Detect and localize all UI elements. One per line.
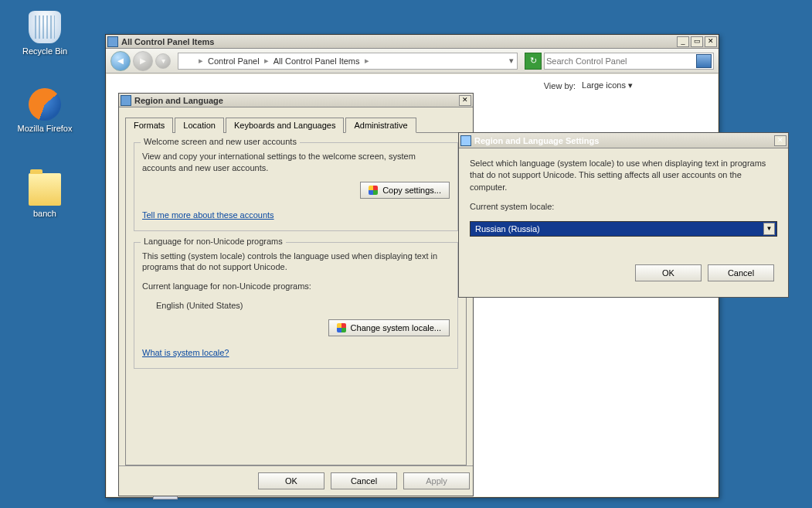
group-legend: Welcome screen and new user accounts xyxy=(141,137,300,146)
minimize-button[interactable]: _ xyxy=(677,36,689,47)
group-welcome: Welcome screen and new user accounts Vie… xyxy=(134,142,458,231)
control-panel-icon xyxy=(182,55,194,67)
link-what-is-locale[interactable]: What is system locale? xyxy=(142,348,229,357)
breadcrumb[interactable]: ▸ Control Panel ▸ All Control Panel Item… xyxy=(178,53,518,70)
forward-button[interactable]: ► xyxy=(133,51,153,71)
desktop-icon-firefox[interactable]: Mozilla Firefox xyxy=(15,88,74,133)
search-input[interactable] xyxy=(546,56,696,66)
desktop-icon-recycle-bin[interactable]: Recycle Bin xyxy=(15,11,74,56)
folder-icon xyxy=(29,173,61,206)
locale-current-label: Current system locale: xyxy=(470,201,777,213)
recycle-bin-icon xyxy=(29,11,61,43)
explorer-title: All Control Panel Items xyxy=(121,37,675,46)
copy-settings-button[interactable]: Copy settings... xyxy=(360,182,450,199)
apply-button[interactable]: Apply xyxy=(403,472,470,489)
current-lang-label: Current language for non-Unicode program… xyxy=(142,281,450,292)
locale-body: Select which language (system locale) to… xyxy=(459,148,788,297)
breadcrumb-item[interactable]: Control Panel xyxy=(208,56,260,66)
explorer-toolbar: ◄ ► ▾ ▸ Control Panel ▸ All Control Pane… xyxy=(106,49,719,73)
region-title: Region and Language xyxy=(134,96,457,105)
group-text: This setting (system locale) controls th… xyxy=(142,251,450,274)
close-button[interactable]: ✕ xyxy=(705,36,717,47)
firefox-icon xyxy=(29,88,61,121)
view-by: View by: Large icons ▾ xyxy=(544,80,633,90)
view-by-label: View by: xyxy=(544,81,576,90)
breadcrumb-dropdown[interactable]: ▾ xyxy=(509,56,514,66)
back-button[interactable]: ◄ xyxy=(110,51,131,71)
region-icon xyxy=(460,135,471,146)
region-body: Formats Location Keyboards and Languages… xyxy=(119,107,473,465)
close-button[interactable]: ✕ xyxy=(459,95,471,106)
tab-location[interactable]: Location xyxy=(175,118,224,133)
ok-button[interactable]: OK xyxy=(635,264,702,281)
desktop-icon-label: Recycle Bin xyxy=(15,46,74,56)
desktop-icon-folder[interactable]: banch xyxy=(15,173,74,218)
locale-titlebar[interactable]: Region and Language Settings ✕ xyxy=(459,133,788,148)
shield-icon xyxy=(337,323,346,332)
maximize-button[interactable]: ▭ xyxy=(691,36,703,47)
locale-text: Select which language (system locale) to… xyxy=(470,158,777,193)
control-panel-icon xyxy=(107,36,118,47)
locale-dialog: Region and Language Settings ✕ Select wh… xyxy=(458,132,789,298)
locale-buttons: OK Cancel xyxy=(470,258,777,288)
close-button[interactable]: ✕ xyxy=(774,135,787,146)
tab-pane-administrative: Welcome screen and new user accounts Vie… xyxy=(125,133,467,465)
locale-combobox[interactable]: Russian (Russia) ▼ xyxy=(470,221,777,237)
region-dialog: Region and Language ✕ Formats Location K… xyxy=(118,93,474,496)
group-text: View and copy your international setting… xyxy=(142,151,450,174)
shield-icon xyxy=(369,186,378,195)
change-locale-button[interactable]: Change system locale... xyxy=(328,319,450,336)
link-more-accounts[interactable]: Tell me more about these accounts xyxy=(142,210,274,220)
search-button[interactable] xyxy=(696,54,712,68)
group-nonunicode: Language for non-Unicode programs This s… xyxy=(134,242,458,369)
region-tabs: Formats Location Keyboards and Languages… xyxy=(125,117,467,133)
tab-administrative[interactable]: Administrative xyxy=(345,118,416,133)
chevron-down-icon: ▼ xyxy=(763,223,775,235)
locale-title: Region and Language Settings xyxy=(474,136,773,145)
region-buttons: OK Cancel Apply xyxy=(119,465,473,496)
refresh-button[interactable]: ↻ xyxy=(525,53,542,70)
desktop-icon-label: banch xyxy=(15,209,74,218)
locale-selected: Russian (Russia) xyxy=(475,224,540,234)
tab-formats[interactable]: Formats xyxy=(125,118,173,133)
search-box[interactable] xyxy=(544,53,714,70)
breadcrumb-item[interactable]: All Control Panel Items xyxy=(273,56,360,66)
ok-button[interactable]: OK xyxy=(258,472,324,489)
tab-keyboards[interactable]: Keyboards and Languages xyxy=(226,118,345,133)
desktop-icon-label: Mozilla Firefox xyxy=(15,124,74,133)
region-icon xyxy=(121,95,131,106)
current-lang-value: English (United States) xyxy=(142,300,450,312)
cancel-button[interactable]: Cancel xyxy=(708,264,774,281)
explorer-titlebar[interactable]: All Control Panel Items _ ▭ ✕ xyxy=(106,35,719,49)
cancel-button[interactable]: Cancel xyxy=(331,472,397,489)
view-by-value[interactable]: Large icons ▾ xyxy=(582,80,633,90)
history-dropdown[interactable]: ▾ xyxy=(155,53,171,69)
group-legend: Language for non-Unicode programs xyxy=(141,237,286,246)
region-titlebar[interactable]: Region and Language ✕ xyxy=(119,94,473,107)
